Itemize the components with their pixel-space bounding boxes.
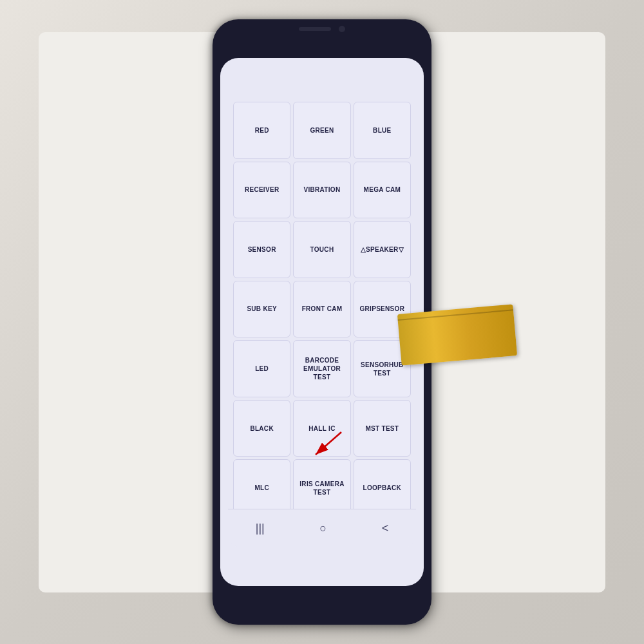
grid-cell-label-touch: TOUCH <box>310 245 334 254</box>
grid-cell-mega-cam[interactable]: MEGA CAM <box>354 162 411 219</box>
scene: REDGREENBLUERECEIVERVIBRATIONMEGA CAMSEN… <box>0 0 644 644</box>
grid-cell-label-sub-key: SUB KEY <box>247 305 277 313</box>
front-camera-dot <box>339 26 345 32</box>
phone-top-elements <box>299 26 345 32</box>
grid-cell-receiver[interactable]: RECEIVER <box>233 162 290 219</box>
diagnostic-grid: REDGREENBLUERECEIVERVIBRATIONMEGA CAMSEN… <box>228 97 416 522</box>
grid-cell-label-gripsensor: GRIPSENSOR <box>359 305 404 313</box>
grid-cell-label-iris-camera: IRIS CAMERA TEST <box>299 480 344 497</box>
fpc-cable <box>397 304 517 365</box>
grid-cell-label-barcode-emulator: BARCODE EMULATOR TEST <box>296 356 347 381</box>
back-button[interactable]: < <box>382 522 389 535</box>
navigation-bar: ||| ○ < <box>228 509 416 547</box>
grid-cell-front-cam[interactable]: FRONT CAM <box>293 281 350 338</box>
grid-cell-label-vibration: VIBRATION <box>304 185 341 194</box>
grid-cell-label-led: LED <box>255 365 269 373</box>
grid-cell-label-sensorhub: SENSORHUB TEST <box>357 361 408 377</box>
grid-cell-label-speaker: △SPEAKER▽ <box>361 245 404 254</box>
grid-cell-mlc[interactable]: MLC <box>233 459 290 516</box>
grid-cell-loopback[interactable]: LOOPBACK <box>354 459 411 516</box>
recent-apps-button[interactable]: ||| <box>256 522 265 535</box>
grid-cell-vibration[interactable]: VIBRATION <box>293 162 350 219</box>
grid-cell-label-mlc: MLC <box>254 484 269 492</box>
grid-cell-led[interactable]: LED <box>233 340 290 397</box>
phone-screen: REDGREENBLUERECEIVERVIBRATIONMEGA CAMSEN… <box>220 58 424 586</box>
grid-cell-hall-ic[interactable]: HALL IC <box>293 400 350 457</box>
grid-cell-label-front-cam: FRONT CAM <box>302 305 343 313</box>
grid-cell-barcode-emulator[interactable]: BARCODE EMULATOR TEST <box>293 340 350 397</box>
grid-cell-iris-camera[interactable]: IRIS CAMERA TEST <box>293 459 350 516</box>
grid-cell-green[interactable]: GREEN <box>293 102 350 159</box>
grid-cell-sub-key[interactable]: SUB KEY <box>233 281 290 338</box>
grid-cell-label-green: GREEN <box>310 126 334 135</box>
grid-cell-label-receiver: RECEIVER <box>245 185 279 194</box>
grid-cell-mst-test[interactable]: MST TEST <box>354 400 411 457</box>
grid-cell-label-black: BLACK <box>250 424 274 433</box>
grid-cell-touch[interactable]: TOUCH <box>293 221 350 278</box>
grid-cell-label-mst-test: MST TEST <box>365 424 399 433</box>
grid-cell-sensor[interactable]: SENSOR <box>233 221 290 278</box>
grid-cell-label-red: RED <box>255 126 269 135</box>
grid-cell-speaker[interactable]: △SPEAKER▽ <box>354 221 411 278</box>
grid-cell-red[interactable]: RED <box>233 102 290 159</box>
grid-cell-label-blue: BLUE <box>373 126 391 135</box>
home-button[interactable]: ○ <box>319 522 327 535</box>
grid-cell-label-sensor: SENSOR <box>248 245 276 254</box>
grid-cell-label-hall-ic: HALL IC <box>308 424 335 433</box>
grid-cell-label-mega-cam: MEGA CAM <box>364 185 401 194</box>
grid-cell-label-loopback: LOOPBACK <box>363 484 402 492</box>
grid-cell-black[interactable]: BLACK <box>233 400 290 457</box>
speaker-slot <box>299 27 331 31</box>
grid-cell-blue[interactable]: BLUE <box>354 102 411 159</box>
